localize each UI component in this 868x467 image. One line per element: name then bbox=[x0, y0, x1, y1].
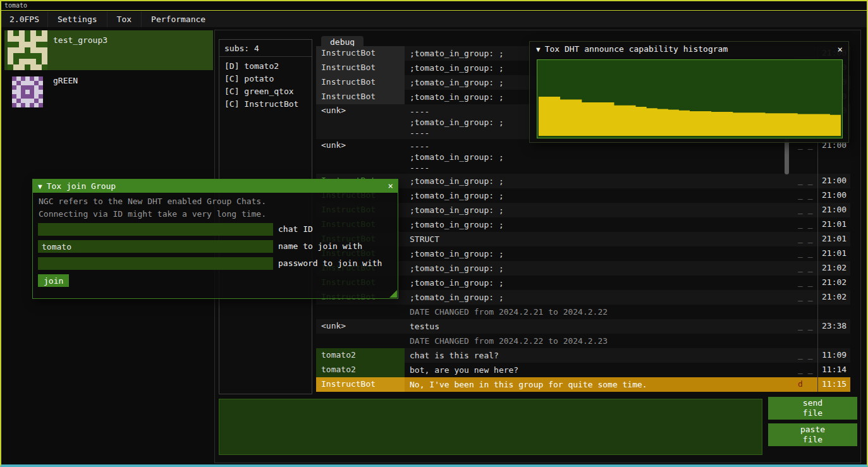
message-input[interactable] bbox=[219, 399, 762, 455]
chat-message-row[interactable]: <unk>----;tomato_in_group: ;----_ _21:00 bbox=[316, 139, 850, 174]
message-time: 11:09 bbox=[817, 348, 850, 363]
avatar-pixel bbox=[42, 47, 47, 53]
message-text: ;tomato_in_group: ; bbox=[405, 174, 794, 188]
message-author: InstructBot bbox=[316, 90, 405, 104]
message-text: ;tomato_in_group: ; bbox=[405, 261, 794, 276]
avatar-pixel bbox=[16, 90, 21, 94]
member-item[interactable]: [C] potato bbox=[224, 73, 312, 85]
menu-items: SettingsToxPerformance bbox=[47, 11, 215, 27]
collapse-arrow-icon[interactable]: ▼ bbox=[536, 45, 541, 54]
message-time: 11:14 bbox=[817, 363, 850, 377]
avatar-pixel bbox=[25, 94, 30, 99]
avatar-pixel bbox=[12, 85, 16, 90]
avatar-pixel bbox=[30, 64, 36, 70]
menu-tox[interactable]: Tox bbox=[107, 11, 141, 27]
message-text: ;tomato_in_group: ; bbox=[405, 188, 794, 203]
message-time bbox=[817, 305, 850, 319]
app-root: tomato 2.0FPS SettingsToxPerformance tes… bbox=[0, 0, 868, 467]
avatar-pixel bbox=[16, 94, 21, 99]
avatar-pixel bbox=[25, 59, 30, 64]
avatar-pixel bbox=[25, 42, 30, 47]
avatar-pixel bbox=[19, 47, 25, 53]
avatar-pixel bbox=[12, 81, 16, 85]
avatar-pixel bbox=[30, 94, 34, 99]
message-time: 21:01 bbox=[817, 246, 850, 261]
receipt-marks: _ _ bbox=[794, 290, 817, 305]
message-text: ;tomato_in_group: ; bbox=[405, 290, 794, 305]
avatar-pixel bbox=[13, 47, 19, 53]
join-field-label: password to join with bbox=[278, 257, 382, 270]
join-group-titlebar[interactable]: ▼Tox join Group × bbox=[33, 179, 398, 193]
avatar-pixel bbox=[25, 76, 30, 81]
message-author: <unk> bbox=[316, 319, 405, 334]
receipt-marks: _ _ bbox=[794, 232, 817, 246]
group-avatar bbox=[8, 30, 47, 70]
avatar-pixel bbox=[8, 42, 13, 47]
receipt-marks: _ _ bbox=[794, 348, 817, 363]
avatar-pixel bbox=[39, 81, 43, 85]
send-file-button[interactable]: send file bbox=[768, 397, 857, 420]
menu-bar: 2.0FPS SettingsToxPerformance bbox=[1, 11, 867, 27]
collapse-arrow-icon[interactable]: ▼ bbox=[38, 183, 42, 191]
message-author: InstructBot bbox=[316, 46, 405, 61]
paste-file-button[interactable]: paste file bbox=[768, 423, 857, 446]
dht-histogram-window: ▼Tox DHT announce capability histogram × bbox=[529, 41, 849, 143]
join-button[interactable]: join bbox=[38, 274, 69, 287]
avatar-pixel bbox=[34, 85, 39, 90]
message-author bbox=[316, 334, 405, 348]
message-text: STRUCT bbox=[405, 232, 794, 246]
avatar-pixel bbox=[30, 47, 36, 53]
message-text: testus bbox=[405, 319, 794, 334]
avatar-pixel bbox=[39, 99, 43, 103]
avatar-pixel bbox=[42, 42, 47, 47]
avatar-pixel bbox=[42, 59, 47, 64]
chat-message-row[interactable]: tomato2bot, are you new here?_ _11:14 bbox=[316, 363, 850, 377]
avatar-pixel bbox=[34, 76, 39, 81]
chat-message-row[interactable]: InstructBotNo, I've been in this group f… bbox=[316, 377, 850, 392]
date-separator-row[interactable]: DATE CHANGED from 2024.2.22 to 2024.2.23 bbox=[316, 334, 850, 348]
group-name: test_group3 bbox=[53, 35, 107, 45]
avatar-pixel bbox=[34, 94, 39, 99]
date-changed-text: DATE CHANGED from 2024.2.21 to 2024.2.22 bbox=[405, 305, 794, 319]
message-time: 21:01 bbox=[817, 217, 850, 232]
avatar-pixel bbox=[34, 90, 39, 94]
date-separator-row[interactable]: DATE CHANGED from 2024.2.21 to 2024.2.22 bbox=[316, 305, 850, 319]
close-icon[interactable]: × bbox=[838, 42, 843, 57]
chat-message-row[interactable]: <unk>testus_ _23:38 bbox=[316, 319, 850, 334]
avatar-pixel bbox=[25, 99, 30, 103]
group-item-green[interactable]: gREEN bbox=[4, 73, 213, 111]
member-item[interactable]: [D] tomato2 bbox=[224, 60, 312, 73]
join-name-input[interactable] bbox=[38, 240, 273, 253]
message-author bbox=[316, 305, 405, 319]
message-time: 21:00 bbox=[817, 139, 850, 174]
message-text: No, I've been in this group for quite so… bbox=[405, 377, 794, 392]
avatar-pixel bbox=[42, 30, 47, 36]
avatar-pixel bbox=[25, 64, 30, 70]
chat-id-input[interactable] bbox=[38, 223, 273, 236]
avatar-pixel bbox=[13, 64, 19, 70]
avatar-pixel bbox=[30, 99, 34, 103]
avatar-pixel bbox=[16, 76, 21, 81]
avatar-pixel bbox=[25, 90, 30, 94]
member-item[interactable]: [C] green_qtox bbox=[224, 85, 312, 98]
member-item[interactable]: [C] InstructBot bbox=[224, 98, 312, 111]
join-password-input[interactable] bbox=[38, 257, 273, 270]
avatar-pixel bbox=[30, 90, 34, 94]
receipt-marks: _ _ bbox=[794, 319, 817, 334]
message-text: ----;tomato_in_group: ;---- bbox=[405, 139, 794, 174]
message-time: 21:02 bbox=[817, 290, 850, 305]
menu-performance[interactable]: Performance bbox=[141, 11, 215, 27]
close-icon[interactable]: × bbox=[388, 179, 393, 193]
avatar-pixel bbox=[8, 47, 13, 53]
message-time: 21:00 bbox=[817, 174, 850, 188]
receipt-marks: _ _ bbox=[794, 276, 817, 290]
message-text: ;tomato_in_group: ; bbox=[405, 276, 794, 290]
message-author: tomato2 bbox=[316, 348, 405, 363]
avatar-pixel bbox=[19, 64, 25, 70]
resize-grip[interactable] bbox=[389, 290, 397, 298]
message-author: <unk> bbox=[316, 104, 405, 139]
menu-settings[interactable]: Settings bbox=[47, 11, 107, 27]
dht-histogram-titlebar[interactable]: ▼Tox DHT announce capability histogram × bbox=[530, 42, 848, 57]
group-item-test_group3[interactable]: test_group3 bbox=[4, 30, 213, 70]
chat-message-row[interactable]: tomato2chat is this real?_ _11:09 bbox=[316, 348, 850, 363]
